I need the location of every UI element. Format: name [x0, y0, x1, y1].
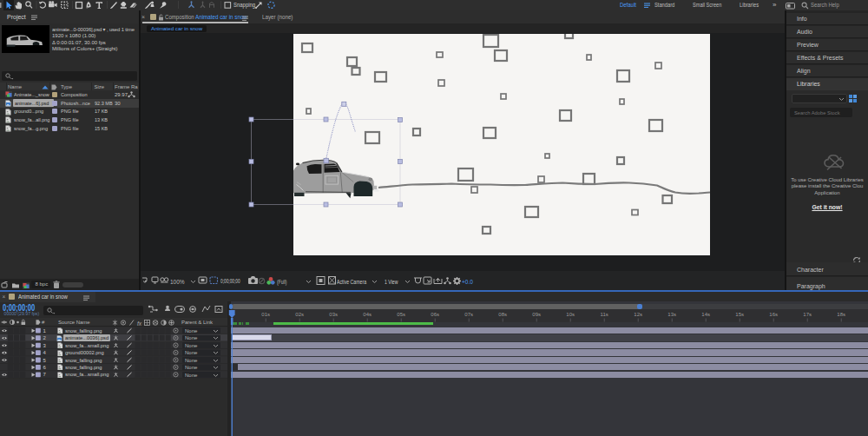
- svg-text:15s: 15s: [735, 312, 744, 317]
- svg-text:12s: 12s: [634, 312, 642, 317]
- svg-text:08s: 08s: [498, 312, 507, 317]
- svg-text:09s: 09s: [532, 312, 541, 317]
- svg-text:07s: 07s: [464, 312, 473, 317]
- svg-text:13s: 13s: [667, 312, 676, 317]
- svg-text:02s: 02s: [295, 312, 304, 317]
- svg-text:16s: 16s: [769, 312, 778, 317]
- svg-text:05s: 05s: [397, 312, 405, 317]
- svg-text:11s: 11s: [601, 312, 608, 317]
- svg-text:03s: 03s: [329, 312, 338, 317]
- svg-text:18s: 18s: [837, 312, 845, 317]
- svg-text:17s: 17s: [803, 312, 812, 317]
- svg-text:01s: 01s: [261, 312, 270, 317]
- svg-text:10s: 10s: [566, 312, 575, 317]
- svg-text:04s: 04s: [363, 312, 372, 317]
- svg-text:14s: 14s: [701, 312, 710, 317]
- svg-text:06s: 06s: [431, 312, 439, 317]
